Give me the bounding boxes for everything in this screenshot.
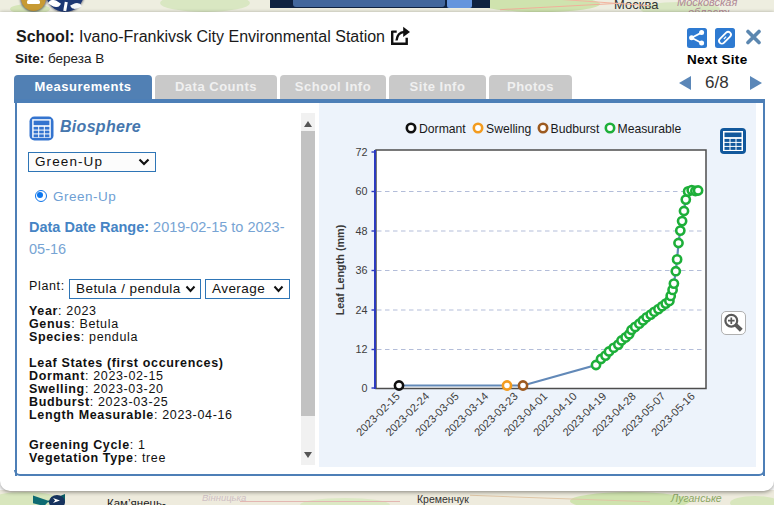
svg-text:48: 48 bbox=[355, 225, 367, 237]
svg-text:24: 24 bbox=[355, 304, 367, 316]
svg-text:Leaf Length (mm): Leaf Length (mm) bbox=[334, 224, 346, 315]
svg-text:60: 60 bbox=[355, 185, 367, 197]
svg-text:Measurable: Measurable bbox=[618, 122, 682, 136]
svg-text:Swelling: Swelling bbox=[486, 122, 531, 136]
svg-text:12: 12 bbox=[355, 343, 367, 355]
svg-text:36: 36 bbox=[355, 264, 367, 276]
svg-text:0: 0 bbox=[361, 382, 367, 394]
svg-text:72: 72 bbox=[355, 146, 367, 158]
svg-text:Dormant: Dormant bbox=[419, 122, 466, 136]
svg-text:Budburst: Budburst bbox=[551, 122, 600, 136]
